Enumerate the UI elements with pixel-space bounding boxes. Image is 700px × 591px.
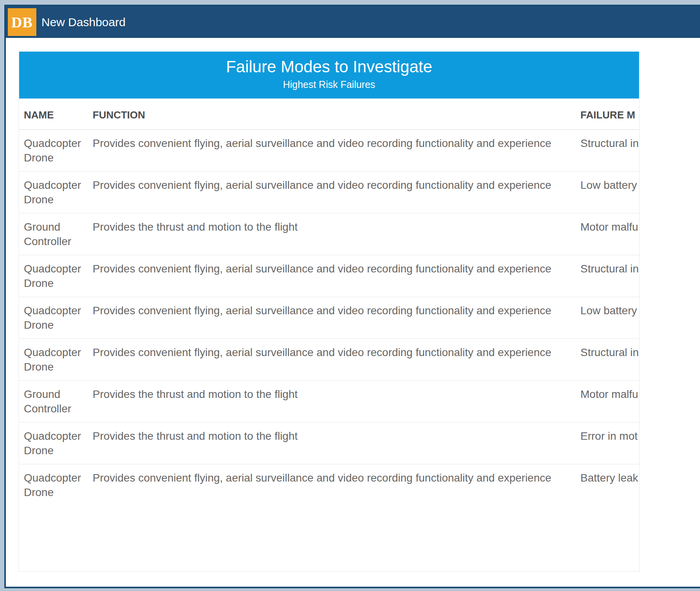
column-header-function[interactable]: FUNCTION bbox=[88, 98, 575, 130]
cell-failure-mode: Low battery bbox=[575, 172, 639, 213]
cell-name: Ground Controller bbox=[19, 213, 88, 255]
cell-name: Quadcopter Drone bbox=[19, 339, 88, 381]
cell-name: Quadcopter Drone bbox=[19, 464, 88, 506]
table-scroll-area[interactable]: NAME FUNCTION FAILURE M Quadcopter Drone… bbox=[19, 98, 639, 571]
cell-failure-mode: Structural in bbox=[575, 130, 639, 172]
cell-name: Quadcopter Drone bbox=[19, 255, 88, 297]
app-window: DB New Dashboard Failure Modes to Invest… bbox=[4, 5, 700, 588]
cell-function: Provides convenient flying, aerial surve… bbox=[88, 130, 575, 172]
cell-failure-mode: Error in mot bbox=[575, 423, 639, 464]
cell-name: Quadcopter Drone bbox=[19, 297, 88, 339]
panel-header: Failure Modes to Investigate Highest Ris… bbox=[19, 52, 639, 98]
app-header: DB New Dashboard bbox=[6, 6, 700, 38]
cell-failure-mode: Structural in bbox=[575, 255, 639, 297]
app-logo: DB bbox=[8, 8, 36, 36]
table-row[interactable]: Quadcopter Drone Provides convenient fly… bbox=[19, 130, 639, 172]
table-row[interactable]: Ground Controller Provides the thrust an… bbox=[19, 213, 639, 255]
cell-function: Provides convenient flying, aerial surve… bbox=[88, 464, 575, 506]
table-row[interactable]: Quadcopter Drone Provides convenient fly… bbox=[19, 172, 639, 213]
cell-function: Provides the thrust and motion to the fl… bbox=[88, 423, 575, 464]
table-body: Quadcopter Drone Provides convenient fly… bbox=[19, 130, 639, 506]
cell-failure-mode: Motor malfu bbox=[575, 213, 639, 255]
table-row[interactable]: Quadcopter Drone Provides convenient fly… bbox=[19, 464, 639, 506]
cell-function: Provides convenient flying, aerial surve… bbox=[88, 339, 575, 381]
cell-failure-mode: Battery leak bbox=[575, 464, 639, 506]
cell-name: Ground Controller bbox=[19, 381, 88, 423]
cell-failure-mode: Low battery bbox=[575, 297, 639, 339]
column-header-failure-mode[interactable]: FAILURE M bbox=[575, 98, 639, 130]
cell-failure-mode: Motor malfu bbox=[575, 381, 639, 423]
table-row[interactable]: Quadcopter Drone Provides convenient fly… bbox=[19, 255, 639, 297]
column-header-name[interactable]: NAME bbox=[19, 98, 88, 130]
app-title: New Dashboard bbox=[41, 16, 125, 29]
cell-name: Quadcopter Drone bbox=[19, 423, 88, 464]
cell-function: Provides convenient flying, aerial surve… bbox=[88, 297, 575, 339]
table-row[interactable]: Quadcopter Drone Provides the thrust and… bbox=[19, 423, 639, 464]
table-row[interactable]: Quadcopter Drone Provides convenient fly… bbox=[19, 297, 639, 339]
cell-function: Provides the thrust and motion to the fl… bbox=[88, 381, 575, 423]
dashboard-body: Failure Modes to Investigate Highest Ris… bbox=[6, 52, 700, 572]
table-row[interactable]: Ground Controller Provides the thrust an… bbox=[19, 381, 639, 423]
panel-title: Failure Modes to Investigate bbox=[19, 57, 639, 77]
failure-modes-table: NAME FUNCTION FAILURE M Quadcopter Drone… bbox=[19, 98, 639, 506]
cell-function: Provides convenient flying, aerial surve… bbox=[88, 255, 575, 297]
cell-failure-mode: Structural in bbox=[575, 339, 639, 381]
cell-name: Quadcopter Drone bbox=[19, 130, 88, 172]
cell-function: Provides convenient flying, aerial surve… bbox=[88, 172, 575, 213]
cell-function: Provides the thrust and motion to the fl… bbox=[88, 213, 575, 255]
table-row[interactable]: Quadcopter Drone Provides convenient fly… bbox=[19, 339, 639, 381]
table-header: NAME FUNCTION FAILURE M bbox=[19, 98, 639, 130]
cell-name: Quadcopter Drone bbox=[19, 172, 88, 213]
failure-modes-panel: Failure Modes to Investigate Highest Ris… bbox=[18, 52, 640, 572]
app-logo-text: DB bbox=[11, 14, 33, 31]
panel-subtitle: Highest Risk Failures bbox=[19, 77, 639, 92]
